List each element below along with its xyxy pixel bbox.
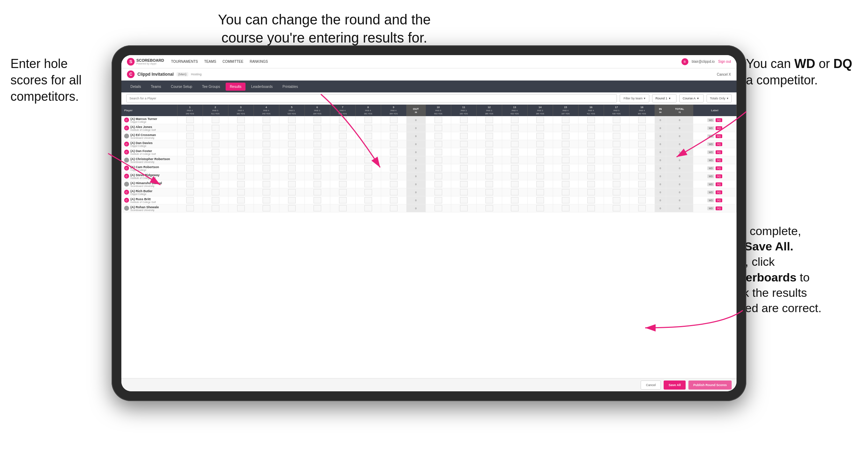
hole-8-input[interactable] [364, 125, 372, 131]
hole-11-input[interactable] [460, 117, 468, 123]
hole-9-input[interactable] [390, 117, 398, 123]
hole-13-input[interactable] [511, 157, 519, 163]
hole-1-input[interactable] [186, 141, 194, 147]
hole-16-input[interactable] [587, 205, 595, 211]
hole-18-input[interactable] [638, 205, 646, 211]
hole-2-input[interactable] [212, 117, 219, 123]
hole-11-input[interactable] [460, 141, 468, 147]
hole-12-input[interactable] [485, 205, 493, 211]
hole-6-input[interactable] [314, 157, 321, 163]
dq-button[interactable]: DQ [716, 150, 722, 154]
wd-button[interactable]: WD [707, 182, 714, 186]
hole-10-input[interactable] [435, 157, 442, 163]
hole-18-input[interactable] [638, 173, 646, 179]
hole-18-input[interactable] [638, 141, 646, 147]
hole-18-input[interactable] [638, 189, 646, 195]
hole-2-input[interactable] [212, 165, 219, 171]
hole-10-input[interactable] [435, 141, 442, 147]
hole-14-input[interactable] [536, 205, 544, 211]
hole-3-input[interactable] [237, 173, 245, 179]
hole-8-input[interactable] [364, 205, 372, 211]
hole-3-input[interactable] [237, 149, 245, 155]
hole-10-input[interactable] [435, 133, 442, 139]
hole-12-input[interactable] [485, 117, 493, 123]
hole-10-input[interactable] [435, 165, 442, 171]
hole-16-input[interactable] [587, 173, 595, 179]
search-player-input[interactable] [126, 94, 617, 103]
hole-12-input[interactable] [485, 165, 493, 171]
hole-2-input[interactable] [212, 205, 219, 211]
hole-2-input[interactable] [212, 125, 219, 131]
hole-1-input[interactable] [186, 117, 194, 123]
hole-18-input[interactable] [638, 125, 646, 131]
hole-15-input[interactable] [562, 205, 569, 211]
hole-5-input[interactable] [288, 189, 296, 195]
hole-3-input[interactable] [237, 205, 245, 211]
hole-6-input[interactable] [314, 149, 321, 155]
hole-9-input[interactable] [390, 149, 398, 155]
hole-12-input[interactable] [485, 181, 493, 187]
hole-3-input[interactable] [237, 181, 245, 187]
dq-button[interactable]: DQ [716, 182, 722, 186]
hole-13-input[interactable] [511, 149, 519, 155]
hole-13-input[interactable] [511, 117, 519, 123]
hole-1-input[interactable] [186, 157, 194, 163]
hole-7-input[interactable] [339, 141, 347, 147]
hole-9-input[interactable] [390, 189, 398, 195]
hole-18-input[interactable] [638, 165, 646, 171]
hole-2-input[interactable] [212, 189, 219, 195]
hole-11-input[interactable] [460, 189, 468, 195]
hole-1-input[interactable] [186, 173, 194, 179]
hole-6-input[interactable] [314, 165, 321, 171]
hole-15-input[interactable] [562, 157, 569, 163]
hole-10-input[interactable] [435, 117, 442, 123]
wd-button[interactable]: WD [707, 198, 714, 202]
hole-3-input[interactable] [237, 197, 245, 203]
save-all-btn[interactable]: Save All [664, 381, 686, 390]
hole-17-input[interactable] [613, 133, 620, 139]
hole-4-input[interactable] [263, 125, 270, 131]
hole-9-input[interactable] [390, 133, 398, 139]
hole-2-input[interactable] [212, 157, 219, 163]
hole-18-input[interactable] [638, 157, 646, 163]
hole-9-input[interactable] [390, 157, 398, 163]
hole-8-input[interactable] [364, 197, 372, 203]
hole-17-input[interactable] [613, 125, 620, 131]
wd-button[interactable]: WD [707, 126, 714, 130]
hole-15-input[interactable] [562, 165, 569, 171]
hole-8-input[interactable] [364, 165, 372, 171]
hole-17-input[interactable] [613, 189, 620, 195]
hole-10-input[interactable] [435, 173, 442, 179]
hole-1-input[interactable] [186, 165, 194, 171]
hole-16-input[interactable] [587, 157, 595, 163]
dq-button[interactable]: DQ [716, 174, 722, 178]
hole-14-input[interactable] [536, 117, 544, 123]
hole-7-input[interactable] [339, 149, 347, 155]
hole-14-input[interactable] [536, 165, 544, 171]
hole-12-input[interactable] [485, 141, 493, 147]
dq-button[interactable]: DQ [716, 118, 722, 122]
hole-18-input[interactable] [638, 181, 646, 187]
hole-11-input[interactable] [460, 157, 468, 163]
hole-8-input[interactable] [364, 149, 372, 155]
dq-button[interactable]: DQ [716, 190, 722, 194]
tab-results[interactable]: Results [226, 83, 246, 91]
hole-15-input[interactable] [562, 141, 569, 147]
hole-12-input[interactable] [485, 197, 493, 203]
hole-1-input[interactable] [186, 197, 194, 203]
hole-13-input[interactable] [511, 125, 519, 131]
dq-button[interactable]: DQ [716, 126, 722, 130]
hole-17-input[interactable] [613, 157, 620, 163]
hole-5-input[interactable] [288, 205, 296, 211]
wd-button[interactable]: WD [707, 158, 714, 162]
hole-7-input[interactable] [339, 205, 347, 211]
tab-course-setup[interactable]: Course Setup [167, 83, 196, 91]
hole-4-input[interactable] [263, 197, 270, 203]
hole-10-input[interactable] [435, 125, 442, 131]
hole-13-input[interactable] [511, 165, 519, 171]
hole-2-input[interactable] [212, 181, 219, 187]
wd-button[interactable]: WD [707, 118, 714, 122]
dq-button[interactable]: DQ [716, 142, 722, 146]
hole-9-input[interactable] [390, 173, 398, 179]
hole-11-input[interactable] [460, 197, 468, 203]
